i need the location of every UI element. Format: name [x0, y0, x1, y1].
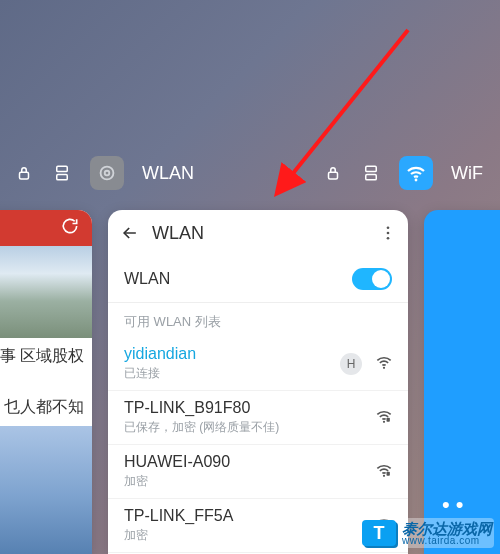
wlan-toggle-row[interactable]: WLAN [108, 256, 408, 303]
task-card-right[interactable]: •• [424, 210, 500, 554]
wlan-item-icons: H [340, 352, 394, 376]
svg-rect-7 [366, 166, 377, 171]
wlan-item-ssid: HUAWEI-A090 [124, 453, 392, 471]
wlan-item-sub: 加密 [124, 473, 392, 490]
svg-point-11 [387, 232, 390, 235]
split-screen-icon[interactable] [52, 163, 72, 183]
left-card-text-2: 乜人都不知 [0, 375, 92, 426]
svg-point-5 [105, 171, 110, 176]
task-label-center: WLAN [142, 163, 194, 184]
wifi-signal-icon [374, 352, 394, 376]
wlan-section-header: 可用 WLAN 列表 [108, 303, 408, 337]
task-label-right: WiF [451, 163, 483, 184]
svg-point-10 [387, 226, 390, 229]
svg-rect-3 [57, 175, 68, 180]
left-card-toolbar [0, 210, 92, 246]
svg-point-4 [101, 167, 114, 180]
task-group-right: WiF [323, 156, 483, 190]
svg-rect-1 [20, 172, 29, 179]
link-badge-icon: H [340, 353, 362, 375]
wlan-item[interactable]: yidiandian已连接H [108, 337, 408, 391]
left-card-image-1 [0, 246, 92, 338]
wlan-item[interactable]: HUAWEI-A090加密 [108, 445, 408, 499]
wlan-title: WLAN [152, 223, 378, 244]
wlan-item-sub: 加密 [124, 527, 392, 544]
lock-icon[interactable] [323, 163, 343, 183]
task-group-left: WLAN [14, 156, 194, 190]
svg-point-14 [383, 420, 385, 422]
watermark-logo: T [362, 520, 396, 546]
left-card-text-1: 事 区域股权 [0, 338, 92, 375]
watermark-line2: www.tairda.com [402, 536, 492, 546]
task-label-row: WLAN WiF [0, 156, 500, 196]
settings-app-icon[interactable] [90, 156, 124, 190]
wlan-item-icons [374, 460, 394, 484]
wlan-item-ssid: TP-LINK_B91F80 [124, 399, 392, 417]
lock-icon[interactable] [14, 163, 34, 183]
svg-point-13 [383, 366, 385, 368]
more-icon[interactable] [378, 223, 398, 243]
split-screen-icon[interactable] [361, 163, 381, 183]
wlan-item-icons [374, 406, 394, 430]
wifi-signal-icon [374, 460, 394, 484]
svg-rect-8 [366, 175, 377, 180]
wlan-toggle[interactable] [352, 268, 392, 290]
back-icon[interactable] [118, 221, 142, 245]
wlan-toggle-label: WLAN [124, 270, 170, 288]
svg-rect-17 [387, 471, 390, 475]
svg-rect-2 [57, 166, 68, 171]
wlan-item-ssid: TP-LINK_FF5A [124, 507, 392, 525]
wlan-item-sub: 已保存，加密 (网络质量不佳) [124, 419, 392, 436]
svg-rect-6 [329, 172, 338, 179]
right-card-dots: •• [442, 492, 469, 518]
left-card-image-2 [0, 426, 92, 554]
wlan-item[interactable]: TP-LINK_B91F80已保存，加密 (网络质量不佳) [108, 391, 408, 445]
svg-point-12 [387, 237, 390, 240]
watermark-line1: 泰尔达游戏网 [402, 521, 492, 536]
wifi-app-icon[interactable] [399, 156, 433, 190]
wlan-header: WLAN [108, 210, 408, 256]
svg-point-9 [415, 179, 418, 182]
refresh-icon[interactable] [60, 216, 80, 240]
recents-background: WLAN WiF 事 区域股权 乜人都不知 [0, 0, 500, 554]
watermark: T 泰尔达游戏网 www.tairda.com [360, 518, 494, 548]
svg-rect-15 [387, 417, 390, 421]
task-card-left[interactable]: 事 区域股权 乜人都不知 [0, 210, 92, 554]
wifi-signal-icon [374, 406, 394, 430]
task-card-center-wlan[interactable]: WLAN WLAN 可用 WLAN 列表 yidiandian已连接HTP-LI… [108, 210, 408, 554]
svg-point-16 [383, 474, 385, 476]
